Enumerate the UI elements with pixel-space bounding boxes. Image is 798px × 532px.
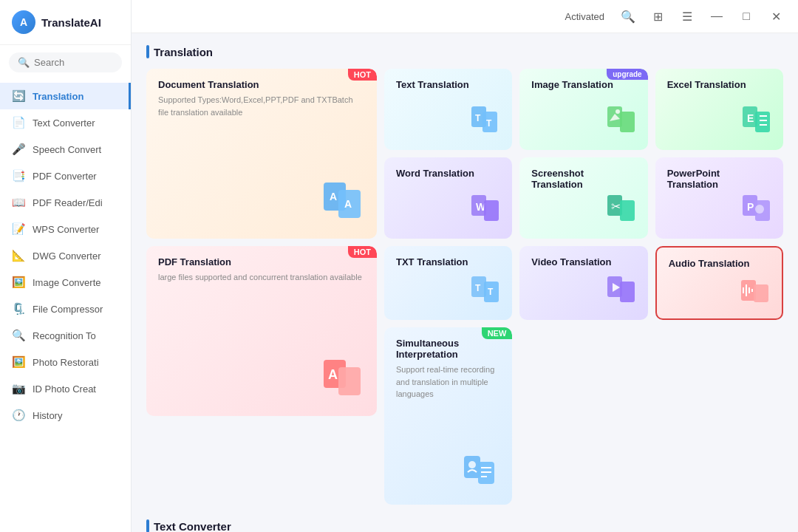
card-desc: Support real-time recording and translat…: [396, 364, 500, 400]
sidebar-item-label: Text Converter: [33, 117, 95, 129]
search-box[interactable]: 🔍: [9, 52, 122, 72]
activated-badge: Activated: [565, 11, 604, 22]
svg-rect-11: [620, 112, 635, 132]
translation-grid: HOT Document Translation Supported Types…: [146, 69, 783, 505]
card-title: Word Translation: [396, 168, 500, 179]
pdf-reader-icon: 📖: [12, 196, 25, 209]
pdf-icon: 📑: [12, 169, 25, 183]
hot-badge-2: HOT: [348, 246, 377, 258]
sidebar-item-history[interactable]: 🕐 History: [0, 402, 131, 429]
sidebar-item-speech-convert[interactable]: 🎤 Speech Convert: [0, 136, 131, 163]
sidebar-item-wps-converter[interactable]: 📝 WPS Converter: [0, 216, 131, 242]
card-icon: P: [739, 191, 776, 231]
sim-interpretation-card[interactable]: NEW Simultaneous Interpretation Support …: [384, 327, 512, 505]
svg-text:A: A: [330, 191, 337, 202]
image-translation-card[interactable]: upgrade Image Translation: [519, 69, 647, 150]
text-translation-card[interactable]: Text Translation T T: [384, 69, 512, 150]
excel-translation-card[interactable]: Excel Translation E: [655, 69, 783, 150]
sidebar-item-pdf-converter[interactable]: 📑 PDF Converter: [0, 163, 131, 189]
svg-rect-23: [620, 200, 635, 221]
new-badge: NEW: [482, 327, 513, 339]
pdf-translation-card[interactable]: HOT PDF Translation large files supporte…: [146, 246, 377, 416]
photo-icon: 🖼️: [12, 355, 25, 369]
main-content: Activated 🔍 ⊞ ☰ — □ ✕ Translation HOT Do…: [132, 0, 798, 532]
sidebar-item-pdf-reader[interactable]: 📖 PDF Reader/Edi: [0, 189, 131, 216]
hot-badge: HOT: [348, 69, 377, 81]
svg-text:T: T: [475, 283, 481, 293]
translation-section-title: Translation: [146, 45, 783, 58]
history-icon: 🕐: [12, 409, 25, 422]
image-conv-icon: 🖼️: [12, 276, 25, 289]
card-desc: large files supported and concurrent tra…: [158, 271, 365, 284]
video-translation-card[interactable]: Video Translation: [519, 246, 647, 320]
sidebar-item-label: File Compressor: [33, 304, 103, 315]
svg-text:T: T: [488, 287, 494, 297]
card-title: Excel Translation: [667, 79, 771, 90]
sidebar-item-label: ID Photo Creat: [33, 383, 96, 395]
card-icon: [604, 103, 641, 143]
doc-translation-card[interactable]: HOT Document Translation Supported Types…: [146, 69, 377, 239]
word-translation-card[interactable]: Word Translation W: [384, 157, 512, 239]
sidebar-item-label: Image Converte: [33, 277, 101, 288]
search-icon: 🔍: [18, 57, 30, 68]
svg-point-45: [468, 461, 476, 468]
audio-translation-card[interactable]: Audio Translation: [655, 246, 783, 320]
id-photo-icon: 📷: [12, 382, 25, 395]
sidebar-item-photo-restore[interactable]: 🖼️ Photo Restorati: [0, 349, 131, 375]
wps-icon: 📝: [12, 222, 25, 236]
close-button[interactable]: ✕: [765, 6, 786, 27]
search-button[interactable]: 🔍: [618, 6, 638, 27]
sidebar-item-label: Speech Convert: [33, 144, 101, 155]
svg-point-10: [615, 109, 620, 114]
card-title: Video Translation: [531, 256, 635, 267]
minimize-button[interactable]: —: [706, 6, 727, 27]
card-icon: T T: [468, 273, 505, 313]
sidebar-item-dwg-converter[interactable]: 📐 DWG Converter: [0, 242, 131, 269]
svg-text:T: T: [475, 113, 481, 123]
svg-rect-30: [338, 367, 361, 395]
sidebar-item-image-converter[interactable]: 🖼️ Image Converte: [0, 269, 131, 296]
translation-icon: 🔄: [12, 89, 25, 103]
sidebar-item-label: Recognition To: [33, 330, 96, 341]
text-converter-section-title: Text Converter: [146, 519, 783, 532]
card-icon: [737, 271, 774, 311]
card-icon: [604, 273, 641, 313]
sidebar-item-translation[interactable]: 🔄 Translation: [0, 83, 131, 109]
text-converter-icon: 📄: [12, 116, 25, 129]
app-logo: A TranslateAI: [0, 0, 131, 45]
screenshot-translation-card[interactable]: Screenshot Translation ✂: [519, 157, 647, 239]
card-icon: W: [468, 191, 505, 231]
maximize-button[interactable]: □: [736, 6, 757, 27]
grid-button[interactable]: ⊞: [647, 6, 668, 27]
logo-icon: A: [12, 10, 35, 34]
sidebar-item-recognition[interactable]: 🔍 Recognition To: [0, 322, 131, 349]
search-input[interactable]: [34, 57, 113, 68]
sidebar-item-label: DWG Converter: [33, 250, 100, 262]
ppt-translation-card[interactable]: PowerPoint Translation P: [655, 157, 783, 239]
card-title: Simultaneous Interpretation: [396, 338, 500, 360]
sidebar-item-file-compressor[interactable]: 🗜️ File Compressor: [0, 296, 131, 322]
title-bar: Activated 🔍 ⊞ ☰ — □ ✕: [132, 0, 798, 33]
card-title: TXT Translation: [396, 256, 500, 267]
svg-text:A: A: [328, 367, 338, 382]
recognition-icon: 🔍: [12, 329, 25, 342]
sidebar-item-text-converter[interactable]: 📄 Text Converter: [0, 109, 131, 136]
card-icon: A A: [318, 177, 369, 231]
sidebar: A TranslateAI 🔍 🔄 Translation 📄 Text Con…: [0, 0, 132, 532]
svg-text:E: E: [747, 112, 754, 124]
card-title: Text Translation: [396, 79, 500, 90]
menu-button[interactable]: ☰: [677, 6, 698, 27]
sidebar-item-label: PDF Converter: [33, 171, 97, 182]
sidebar-item-id-photo[interactable]: 📷 ID Photo Creat: [0, 375, 131, 402]
card-title: Document Translation: [158, 79, 365, 90]
sidebar-item-label: Photo Restorati: [33, 357, 99, 368]
card-title: Audio Translation: [669, 258, 770, 269]
svg-text:T: T: [486, 118, 492, 129]
svg-point-27: [755, 205, 764, 214]
svg-rect-20: [484, 200, 499, 221]
content-area: Translation HOT Document Translation Sup…: [132, 33, 798, 532]
txt-translation-card[interactable]: TXT Translation T T: [384, 246, 512, 320]
app-name: TranslateAI: [41, 16, 101, 29]
dwg-icon: 📐: [12, 249, 25, 262]
card-icon: [460, 450, 505, 497]
